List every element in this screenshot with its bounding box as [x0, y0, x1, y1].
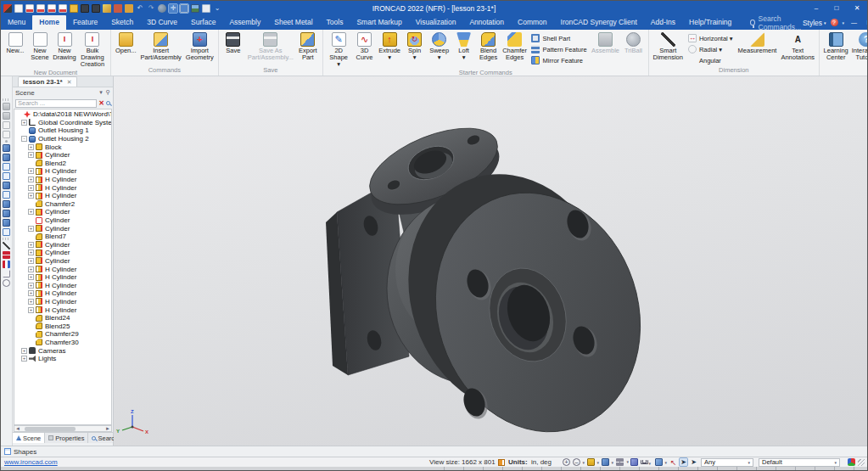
tree-item[interactable]: + H Cylinder	[14, 298, 111, 306]
tree-expander[interactable]: +	[28, 168, 34, 174]
quick-access-icon[interactable]: ↶	[136, 4, 144, 13]
menu-tab[interactable]: Feature	[66, 15, 104, 30]
quick-access-icon[interactable]: ✛	[169, 4, 177, 13]
quick-access-icon[interactable]	[114, 4, 122, 13]
status-tool-icon[interactable]: –	[573, 458, 580, 466]
menu-tab[interactable]: Menu	[1, 15, 32, 30]
quick-access-icon[interactable]	[92, 4, 100, 13]
status-tool-icon[interactable]	[655, 458, 663, 466]
status-tool-icon[interactable]	[616, 458, 624, 466]
status-tool-icon[interactable]: ➤	[690, 458, 697, 466]
quick-access-icon[interactable]	[180, 4, 188, 13]
dock-tool-icon[interactable]	[3, 98, 10, 101]
render-config-dropdown[interactable]: Default ▾	[759, 458, 840, 467]
status-tool-icon[interactable]: ↖	[669, 458, 677, 466]
menu-tab[interactable]: Visualization	[409, 15, 463, 30]
tree-item[interactable]: + H Cylinder	[14, 176, 111, 184]
quick-access-icon[interactable]	[14, 4, 23, 13]
shapes-bar[interactable]: Shapes	[1, 446, 867, 457]
learning-center-button[interactable]: Learning Center	[822, 31, 849, 62]
quick-access-icon[interactable]	[59, 4, 67, 13]
tree-item[interactable]: + H Cylinder	[14, 281, 111, 289]
minimize-button[interactable]: –	[806, 1, 826, 15]
quick-access-icon[interactable]: ↷	[147, 4, 155, 13]
tree-item[interactable]: + Cylinder	[14, 208, 111, 216]
save-as-button[interactable]: Save As Part/Assembly...	[246, 31, 295, 62]
tree-item[interactable]: Chamfer30	[14, 339, 111, 347]
menu-tab[interactable]: 3D Curve	[140, 15, 184, 30]
quick-access-icon[interactable]	[36, 4, 45, 13]
tree-item[interactable]: + Block	[14, 143, 111, 151]
close-button[interactable]: ✕	[847, 1, 867, 15]
units-value[interactable]: in, deg	[531, 458, 552, 466]
panel-tab[interactable]: Properties	[45, 433, 88, 443]
bulk-drawing-button[interactable]: IBulk Drawing Creation	[77, 31, 108, 69]
menu-tab[interactable]: IronCAD Synergy Client	[554, 15, 644, 30]
scroll-left-icon[interactable]: ◄	[14, 426, 21, 431]
tree-horizontal-scrollbar[interactable]: ◄ ►	[14, 425, 112, 432]
dock-tool-icon[interactable]	[3, 261, 10, 268]
panel-tab[interactable]: Scene	[13, 433, 45, 443]
tree-expander[interactable]: +	[28, 307, 34, 313]
export-part-button[interactable]: Export Part	[296, 31, 320, 62]
tree-item[interactable]: + H Cylinder	[14, 306, 111, 314]
radial-button[interactable]: Radial ▾	[686, 44, 736, 54]
quick-access-icon[interactable]	[70, 4, 78, 13]
tree-search-input[interactable]: Search ...	[15, 99, 97, 108]
styles-dropdown[interactable]: Styles ▾	[803, 19, 826, 27]
dock-tool-icon[interactable]	[3, 112, 10, 120]
save-button[interactable]: Save	[221, 31, 245, 55]
menu-tab[interactable]: Surface	[184, 15, 222, 30]
tree-item[interactable]: + Cylinder	[14, 241, 111, 250]
status-tool-icon[interactable]	[641, 460, 648, 464]
scrollbar-thumb[interactable]	[25, 427, 76, 431]
open-button[interactable]: Open...	[114, 31, 138, 55]
dock-tool-icon[interactable]	[3, 270, 10, 278]
shell-part-button[interactable]: Shell Part	[529, 33, 589, 43]
angular-button[interactable]: Angular	[686, 55, 736, 65]
dock-tool-icon[interactable]	[3, 191, 10, 199]
dock-tool-icon[interactable]	[3, 121, 10, 129]
tree-item[interactable]: + H Cylinder	[14, 167, 111, 176]
tree-expander[interactable]: -	[21, 136, 27, 142]
tree-item[interactable]: - Outlet Housing 2	[14, 135, 111, 143]
menu-tab[interactable]: Annotation	[462, 15, 511, 30]
quick-access-icon[interactable]	[191, 4, 199, 13]
document-tab-close-icon[interactable]: ✕	[67, 79, 72, 86]
panel-menu-caret-icon[interactable]: ▾	[99, 89, 103, 96]
menu-tab[interactable]: Assembly	[222, 15, 267, 30]
mdi-minimize-button[interactable]: —	[848, 18, 860, 28]
menu-tab[interactable]: Sketch	[104, 15, 140, 30]
mdi-restore-button[interactable]: ❐	[864, 18, 868, 28]
search-filter-icon[interactable]	[106, 101, 110, 105]
dock-tool-icon[interactable]	[3, 251, 10, 259]
chamfer-edges-button[interactable]: Chamfer Edges	[501, 31, 529, 62]
menu-tab[interactable]: Sheet Metal	[267, 15, 319, 30]
tree-item[interactable]: + H Cylinder	[14, 265, 111, 273]
tree-expander[interactable]: +	[21, 348, 27, 354]
new-drawing-button[interactable]: INew Drawing	[53, 31, 76, 62]
dock-tool-icon[interactable]	[3, 172, 10, 180]
search-clear-icon[interactable]: ✕	[98, 99, 104, 107]
tree-item[interactable]: Blend2	[14, 160, 111, 168]
menu-tab[interactable]: Common	[511, 15, 553, 30]
color-mode-icon[interactable]	[848, 458, 855, 466]
caret-down-icon[interactable]: ▾	[843, 20, 845, 25]
tree-expander[interactable]: +	[28, 258, 34, 264]
tree-expander[interactable]: +	[28, 144, 34, 150]
tree-expander[interactable]: +	[28, 185, 34, 191]
status-tool-icon[interactable]: +	[563, 458, 570, 466]
blend-edges-button[interactable]: Blend Edges	[477, 31, 501, 62]
tree-item[interactable]: + H Cylinder	[14, 289, 111, 298]
tree-expander[interactable]: +	[28, 290, 34, 296]
resize-grip[interactable]	[858, 459, 865, 466]
tree-expander[interactable]: +	[28, 283, 34, 289]
loft-button[interactable]: Loft ▾	[452, 31, 476, 62]
command-search[interactable]: Search Commands...	[750, 14, 803, 31]
tree-expander[interactable]: +	[28, 242, 34, 248]
dock-tool-icon[interactable]	[3, 219, 10, 227]
quick-access-icon[interactable]	[158, 4, 166, 13]
dock-tool-icon[interactable]	[3, 242, 10, 250]
quick-access-icon[interactable]	[25, 4, 34, 13]
extrude-button[interactable]: ↑Extrude ▾	[378, 31, 402, 62]
